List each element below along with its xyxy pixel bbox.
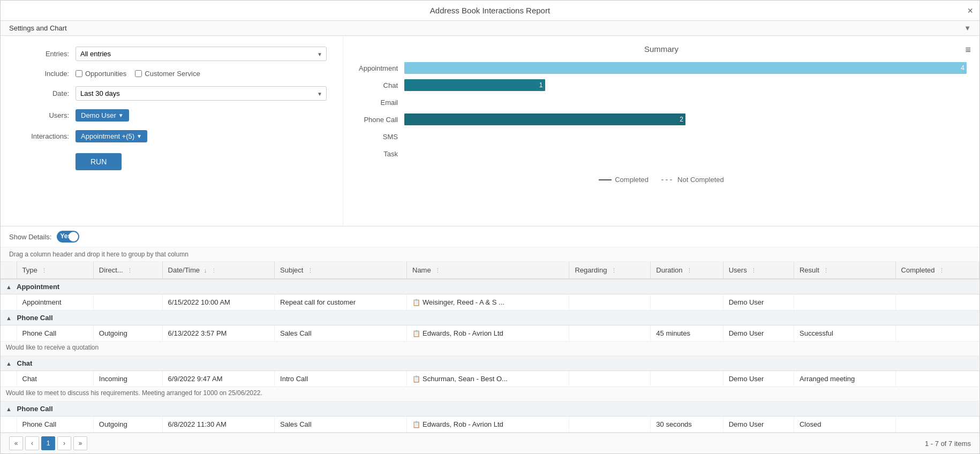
prev-page-button[interactable]: ‹ — [25, 436, 39, 450]
cell-users-2: Demo User — [723, 326, 794, 342]
opportunities-label[interactable]: Opportunities — [76, 70, 126, 78]
col-regarding[interactable]: Regarding ⋮ — [569, 262, 651, 279]
col-datetime[interactable]: Date/Time ↓ ⋮ — [162, 262, 275, 279]
cell-duration-2: 45 minutes — [651, 326, 723, 342]
cell-expand-4 — [1, 417, 17, 433]
interactions-control: Appointment +(5) ▼ — [76, 130, 327, 142]
cell-type-2: Phone Call — [17, 326, 93, 342]
table-row: Appointment 6/15/2022 10:00 AM Repeat ca… — [1, 294, 979, 311]
sort-icon-completed: ⋮ — [939, 267, 945, 274]
page-1-button[interactable]: 1 — [41, 436, 55, 450]
chart-area: Appointment 4 Chat 1 Email — [356, 60, 967, 167]
group-row-phone-call: ▲ Phone Call — [1, 311, 979, 326]
run-row: RUN — [17, 151, 327, 170]
users-tag-arrow-icon: ▼ — [118, 112, 124, 118]
first-page-button[interactable]: « — [9, 436, 23, 450]
expand-icon-phone-call[interactable]: ▲ — [6, 315, 12, 321]
cell-expand-3 — [1, 371, 17, 387]
show-details-label: Show Details: — [9, 233, 51, 241]
expand-icon-chat[interactable]: ▲ — [6, 360, 12, 367]
person-icon-1: 📋 — [412, 299, 420, 306]
pagination-controls: « ‹ 1 › » — [9, 436, 87, 450]
table-container[interactable]: Type ⋮ Direct... ⋮ Date/Time ↓ ⋮ Subject… — [1, 262, 979, 433]
header-row: Type ⋮ Direct... ⋮ Date/Time ↓ ⋮ Subject… — [1, 262, 979, 279]
chart-bar-area-chat: 1 — [404, 79, 967, 91]
close-button[interactable]: × — [967, 5, 973, 16]
cell-regarding-4 — [569, 417, 651, 433]
cell-result-4: Closed — [794, 417, 895, 433]
customer-service-text: Customer Service — [145, 70, 200, 78]
group-row-phone-call-2: ▲ Phone Call — [1, 402, 979, 417]
opportunities-checkbox[interactable] — [76, 70, 82, 77]
date-control: Last 30 days — [76, 86, 327, 101]
sort-icon-direction: ⋮ — [127, 267, 133, 274]
sort-icon-type: ⋮ — [41, 267, 47, 274]
col-result[interactable]: Result ⋮ — [794, 262, 895, 279]
col-users[interactable]: Users ⋮ — [723, 262, 794, 279]
cell-result-1 — [794, 294, 895, 311]
chart-label-chat: Chat — [356, 81, 404, 89]
opportunities-text: Opportunities — [85, 70, 126, 78]
drag-hint: Drag a column header and drop it here to… — [1, 247, 979, 262]
main-window: Address Book Interactions Report × Setti… — [0, 0, 980, 454]
chart-panel: Summary ≡ Appointment 4 Chat 1 — [343, 36, 979, 226]
cell-datetime-1: 6/15/2022 10:00 AM — [162, 294, 275, 311]
entries-select[interactable]: All entries — [76, 47, 327, 61]
cell-subject-1: Repeat call for customer — [275, 294, 407, 311]
interactions-tag-button[interactable]: Appointment +(5) ▼ — [76, 130, 147, 142]
group-label-chat: Chat — [17, 359, 33, 367]
sort-icon-datetime: ↓ — [204, 267, 207, 274]
next-page-button[interactable]: › — [57, 436, 71, 450]
cell-completed-1 — [895, 294, 979, 311]
chart-row-email: Email — [356, 96, 967, 108]
chart-bar-chat: 1 — [404, 79, 545, 91]
collapse-arrow-icon[interactable]: ▼ — [964, 24, 971, 32]
col-completed[interactable]: Completed ⋮ — [895, 262, 979, 279]
table-row: Phone Call Outgoing 6/8/2022 11:30 AM Sa… — [1, 417, 979, 433]
chart-bar-area-sms — [404, 131, 967, 142]
cell-subject-3: Intro Call — [275, 371, 407, 387]
users-control: Demo User ▼ — [76, 109, 327, 122]
cell-result-3: Arranged meeting — [794, 371, 895, 387]
expand-icon-phone-call-2[interactable]: ▲ — [6, 406, 12, 412]
interactions-tag-arrow-icon: ▼ — [137, 133, 142, 139]
col-type[interactable]: Type ⋮ — [17, 262, 93, 279]
cell-name-2: 📋Edwards, Rob - Avrion Ltd — [407, 326, 569, 342]
last-page-button[interactable]: » — [73, 436, 87, 450]
cell-type-3: Chat — [17, 371, 93, 387]
cell-result-2: Successful — [794, 326, 895, 342]
settings-bar: Settings and Chart ▼ — [1, 21, 979, 36]
include-row: Include: Opportunities Customer Service — [17, 70, 327, 78]
users-tag-label: Demo User — [81, 111, 116, 119]
chart-menu-icon[interactable]: ≡ — [965, 44, 971, 56]
cell-completed-2 — [895, 326, 979, 342]
chart-row-sms: SMS — [356, 131, 967, 142]
chart-bar-area-email — [404, 96, 967, 108]
cell-name-3: 📋Schurman, Sean - Best O... — [407, 371, 569, 387]
chart-label-task: Task — [356, 150, 404, 158]
col-subject[interactable]: Subject ⋮ — [275, 262, 407, 279]
legend-completed: Completed — [599, 176, 649, 184]
cell-subject-4: Sales Call — [275, 417, 407, 433]
col-name[interactable]: Name ⋮ — [407, 262, 569, 279]
cell-duration-4: 30 seconds — [651, 417, 723, 433]
col-duration[interactable]: Duration ⋮ — [651, 262, 723, 279]
legend-not-completed-label: Not Completed — [677, 176, 724, 184]
cell-direction-4: Outgoing — [93, 417, 162, 433]
date-select[interactable]: Last 30 days — [76, 86, 327, 101]
show-details-toggle[interactable]: Yes — [57, 231, 79, 243]
entries-label: Entries: — [17, 50, 76, 58]
customer-service-checkbox[interactable] — [135, 70, 142, 77]
chart-row-task: Task — [356, 148, 967, 160]
cell-duration-1 — [651, 294, 723, 311]
users-tag-button[interactable]: Demo User ▼ — [76, 109, 129, 122]
cell-expand-1 — [1, 294, 17, 311]
interactions-tag-label: Appointment +(5) — [81, 132, 134, 140]
expand-icon-appointment[interactable]: ▲ — [6, 284, 12, 290]
col-direction[interactable]: Direct... ⋮ — [93, 262, 162, 279]
customer-service-label[interactable]: Customer Service — [135, 70, 200, 78]
run-button[interactable]: RUN — [76, 153, 122, 170]
interactions-table: Type ⋮ Direct... ⋮ Date/Time ↓ ⋮ Subject… — [1, 262, 979, 433]
group-row-appointment: ▲ Appointment — [1, 279, 979, 294]
toggle-label: Yes — [60, 232, 71, 240]
